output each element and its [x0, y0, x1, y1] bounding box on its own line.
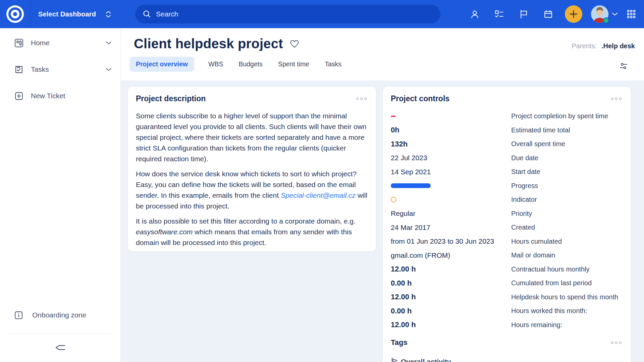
control-row: Progress — [391, 179, 623, 193]
control-label: Created — [511, 224, 623, 231]
sidebar-item-tasks[interactable]: Tasks — [0, 59, 120, 80]
overall-activity-link[interactable]: Overall activity — [391, 357, 623, 362]
page-settings-button[interactable] — [619, 62, 628, 71]
person-icon — [470, 10, 479, 19]
search-bar[interactable] — [135, 5, 440, 23]
description-paragraph: Some clients subscribe to a higher level… — [136, 111, 368, 164]
control-label: Indicator — [511, 196, 623, 203]
control-row: Indicator — [391, 193, 623, 207]
control-row: RegularPriority — [391, 207, 623, 221]
sidebar-item-home[interactable]: Home — [0, 32, 120, 54]
email-link[interactable]: Special-client@email.cz — [281, 191, 356, 199]
collapse-arrow-icon — [55, 343, 66, 352]
flag-button[interactable] — [519, 9, 528, 19]
heart-icon — [290, 40, 299, 48]
apps-grid-button[interactable] — [627, 9, 636, 19]
control-value: gmail.com (FROM) — [391, 251, 511, 259]
control-row: 12.00 hContractual hours monthly — [391, 262, 623, 277]
control-value: 0.00 h — [391, 307, 511, 315]
favorite-button[interactable] — [290, 40, 299, 50]
control-label: Cumulated from last period — [511, 279, 623, 287]
calendar-icon — [544, 10, 553, 19]
progress-bar — [391, 183, 431, 188]
pennant-flag-icon — [391, 357, 399, 362]
panel-menu-dots-icon[interactable] — [355, 96, 368, 101]
overall-activity-label: Overall activity — [401, 358, 451, 362]
control-label: Progress — [511, 182, 623, 190]
grid-dots-icon — [627, 9, 636, 19]
checklist-icon — [495, 10, 504, 19]
project-header: Client helpdesk project Project overview… — [121, 28, 644, 80]
search-input[interactable] — [156, 10, 424, 18]
tags-menu-dots-icon[interactable] — [610, 340, 623, 345]
calendar-button[interactable] — [543, 9, 553, 19]
avatar-menu-caret[interactable] — [612, 11, 618, 17]
control-label: Hours cumulated — [511, 238, 623, 245]
parents-label: Parents: — [572, 42, 596, 50]
project-controls-panel: Project controls Project completion by s… — [382, 86, 631, 362]
user-button[interactable] — [470, 9, 479, 19]
tasks-clipboard-icon — [14, 65, 23, 74]
sidebar-item-onboarding-zone[interactable]: Onboarding zone — [0, 304, 120, 326]
sidebar-divider — [9, 333, 112, 334]
control-value — [391, 116, 511, 117]
control-row: 14 Sep 2021Start date — [391, 165, 623, 179]
control-value: 24 Mar 2017 — [391, 224, 511, 232]
sliders-icon — [619, 62, 628, 70]
user-avatar[interactable] — [591, 5, 608, 23]
chevron-down-icon — [106, 40, 112, 46]
control-row: 0.00 hCumulated from last period — [391, 276, 623, 290]
control-value: from 01 Jun 2023 to 30 Jun 2023 — [391, 237, 511, 245]
control-label: Priority — [511, 210, 623, 218]
quick-add-button[interactable] — [565, 5, 582, 23]
description-paragraph: It is also possible to set this filter a… — [136, 216, 368, 248]
project-description-panel: Project description Some clients subscri… — [127, 86, 376, 252]
app-logo[interactable] — [0, 0, 30, 28]
breadcrumb-parents: Parents: .Help desk — [572, 42, 635, 50]
tasklist-button[interactable] — [494, 9, 504, 19]
control-value — [391, 183, 511, 188]
sidebar-item-label: New Ticket — [31, 92, 112, 100]
controls-rows: Project completion by spent time0hEstima… — [391, 109, 623, 332]
control-row: 0.00 hHours worked this month: — [391, 304, 623, 318]
control-value: 12.00 h — [391, 293, 511, 301]
description-paragraphs: Some clients subscribe to a higher level… — [136, 111, 368, 248]
panel-title: Project description — [136, 94, 206, 103]
control-value: 0.00 h — [391, 279, 511, 288]
tab-budgets[interactable]: Budgets — [237, 57, 264, 72]
control-label: Project completion by spent time — [511, 112, 623, 120]
sidebar: Home Tasks New Ticket — [0, 28, 121, 362]
control-value: 14 Sep 2021 — [391, 168, 511, 176]
control-label: Due date — [511, 154, 623, 162]
dashboard-content: Project description Some clients subscri… — [121, 80, 644, 362]
chevron-down-icon — [612, 12, 618, 16]
indicator-ring — [391, 197, 396, 202]
control-label: Hours remaining: — [511, 321, 623, 329]
control-row: 12.00 hHelpdesk hours to spend this mont… — [391, 290, 623, 304]
control-label: Overall spent time — [511, 140, 623, 148]
tab-project-overview[interactable]: Project overview — [129, 57, 194, 72]
tab-spent-time[interactable]: Spent time — [277, 57, 311, 72]
description-text: It is also possible to set this filter a… — [136, 217, 356, 225]
control-value: Regular — [391, 209, 511, 218]
page-title: Client helpdesk project — [134, 36, 283, 51]
dashboard-selector-carets-icon — [105, 11, 111, 18]
dashboard-selector[interactable]: Select Dashboard — [38, 10, 111, 18]
sidebar-item-new-ticket[interactable]: New Ticket — [0, 85, 120, 107]
parent-project-link[interactable]: .Help desk — [601, 42, 635, 50]
tab-wbs[interactable]: WBS — [207, 57, 224, 72]
tab-tasks[interactable]: Tasks — [323, 57, 343, 72]
control-label: Hours worked this month: — [511, 307, 623, 315]
panel-menu-dots-icon[interactable] — [610, 96, 623, 101]
onboarding-label: Onboarding zone — [32, 311, 86, 319]
top-bar: Select Dashboard — [0, 0, 644, 28]
control-label: Contractual hours monthly — [511, 265, 623, 273]
flag-icon — [519, 10, 528, 19]
tags-title: Tags — [391, 338, 408, 347]
collapse-sidebar-button[interactable] — [0, 337, 120, 359]
project-tabs: Project overview WBS Budgets Spent time … — [129, 57, 644, 72]
control-value — [391, 197, 511, 202]
control-value: 132h — [391, 140, 511, 148]
control-row: 0hEstimated time total — [391, 123, 623, 137]
control-label: Mail or domain — [511, 251, 623, 259]
